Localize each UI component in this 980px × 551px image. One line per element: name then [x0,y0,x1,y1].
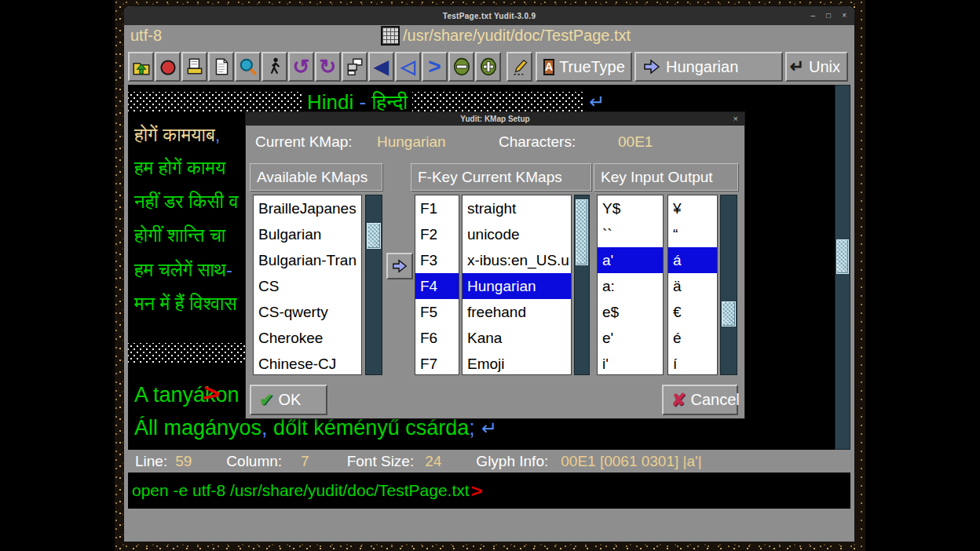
list-item[interactable]: unicode [463,221,571,247]
close-button[interactable]: × [842,12,847,20]
kmap-button[interactable]: Hungarian [634,52,783,82]
list-item[interactable]: Bulgarian [254,221,361,247]
undo-button[interactable]: ↺ [288,52,314,82]
list-item[interactable]: CS [254,273,361,299]
list-item[interactable]: `` [598,221,663,247]
list-item[interactable]: straight [463,195,571,221]
list-item[interactable]: e' [598,325,663,351]
windows-icon [345,57,365,77]
list-item[interactable]: é [668,325,717,351]
list-item[interactable]: e$ [598,299,663,325]
list-item[interactable]: € [668,299,717,325]
redo-button[interactable]: ↻ [315,52,341,82]
list-item[interactable]: BrailleJapanes [254,195,361,221]
dotted-fill [412,92,583,113]
list-item-selected[interactable]: Hungarian [463,273,571,299]
key-output-list[interactable]: ¥ “ á ä € é í [667,195,718,375]
list-item-selected[interactable]: F4 [415,273,459,299]
go-button[interactable] [261,52,287,82]
list-item-selected[interactable]: á [668,247,717,273]
toolbar: ↺ ↻ ◀ ◁ > [124,49,854,85]
record-button[interactable] [155,52,181,82]
list-item[interactable]: x-ibus:en_US.u [463,247,571,273]
list-item[interactable]: i' [598,351,663,375]
plus-circle-icon [478,57,499,77]
editor-vertical-scrollbar[interactable] [835,85,850,450]
line-ending-label: Unix [809,58,840,76]
fkey-kmaps-scrollbar[interactable] [574,195,590,375]
scrollbar-thumb[interactable] [722,301,736,327]
window-list-button[interactable] [342,52,368,82]
window-titlebar[interactable]: TestPage.txt Yudit-3.0.9 – □ × [124,6,854,25]
list-item[interactable]: Chinese-CJ [254,351,361,375]
available-kmaps-scrollbar[interactable] [365,195,382,375]
available-kmaps-list[interactable]: BrailleJapanes Bulgarian Bulgarian-Tran … [253,195,362,375]
list-item[interactable]: ä [668,273,717,299]
list-item[interactable]: F2 [415,221,459,247]
newline-marker-icon: ↵ [589,91,605,113]
dialog-close-button[interactable]: × [733,114,738,123]
nav-prev-button[interactable]: ◁ [395,52,421,82]
open-file-button[interactable] [128,52,154,82]
fkey-kmaps-header: F-Key Current KMaps [411,163,591,191]
fkey-list[interactable]: F1 F2 F3 F4 F5 F6 F7 [415,195,459,375]
list-item[interactable]: F7 [415,351,459,375]
zoom-in-button[interactable] [475,52,501,82]
triangle-left-outline-icon: ◁ [400,57,415,76]
document-button[interactable] [208,52,234,82]
scrollbar-thumb[interactable] [836,239,849,274]
list-item[interactable]: freehand [463,299,571,325]
right-arrow-icon [390,258,409,274]
list-item[interactable]: CS-qwerty [254,299,361,325]
characters-value: 00E1 [618,133,653,151]
list-item[interactable]: Y$ [598,195,663,221]
zoom-out-button[interactable] [448,52,474,82]
list-item[interactable]: F6 [415,325,459,351]
text-line: नहीं डर किसी व [134,191,238,213]
font-engine-button[interactable]: A TrueType [536,52,632,82]
list-item[interactable]: í [668,351,717,375]
command-line[interactable]: open -e utf-8 /usr/share/yudit/doc/TestP… [128,473,850,509]
nav-first-button[interactable]: ◀ [368,52,394,82]
charmap-icon [381,26,400,46]
edit-mode-button[interactable] [506,52,532,82]
list-item[interactable]: Bulgarian-Tran [254,247,361,273]
current-kmap-value: Hungarian [377,133,446,151]
current-kmaps-list[interactable]: straight unicode x-ibus:en_US.u Hungaria… [462,195,572,375]
font-engine-label: TrueType [559,58,625,76]
scrollbar-thumb[interactable] [576,199,588,265]
print-button[interactable] [181,52,207,82]
assign-kmap-button[interactable] [386,253,413,279]
scrollbar-thumb[interactable] [367,223,381,249]
list-item[interactable]: ¥ [668,195,717,221]
redo-icon: ↻ [320,57,337,77]
maximize-button[interactable]: □ [826,12,831,20]
dialog-titlebar[interactable]: Yudit: KMap Setup [246,112,744,126]
keymap-scrollbar[interactable] [720,195,737,375]
key-input-list[interactable]: Y$ `` a' a: e$ e' i' [597,195,664,375]
pencil-icon [510,57,530,77]
list-item[interactable]: Cherokee [254,325,361,351]
text-line: होगें कामयाब, [134,124,220,146]
list-item[interactable]: Emoji [463,351,571,375]
return-icon: ↵ [790,58,804,75]
heading-row: Hindi - हिन्दी ↵ [128,89,835,115]
triangle-left-filled-icon: ◀ [374,57,388,76]
line-ending-button[interactable]: ↵ Unix [785,52,848,82]
list-item[interactable]: “ [668,221,717,247]
search-button[interactable] [235,52,261,82]
dotted-fill [128,92,302,113]
list-item[interactable]: F3 [415,247,459,273]
list-item[interactable]: F5 [415,299,459,325]
nav-next-button[interactable]: > [422,52,448,82]
heading-text: Hindi - हिन्दी [307,90,408,115]
list-item-selected[interactable]: a' [598,247,663,273]
list-item[interactable]: F1 [415,195,459,221]
list-item[interactable]: a: [598,273,663,299]
list-item[interactable]: Kana [463,325,571,351]
ok-button[interactable]: ✔ OK [250,385,327,415]
current-kmap-label: Current KMap: [255,133,353,151]
search-icon [238,57,258,77]
cancel-button[interactable]: ✘ Cancel [662,385,738,415]
minimize-button[interactable]: – [811,12,816,20]
